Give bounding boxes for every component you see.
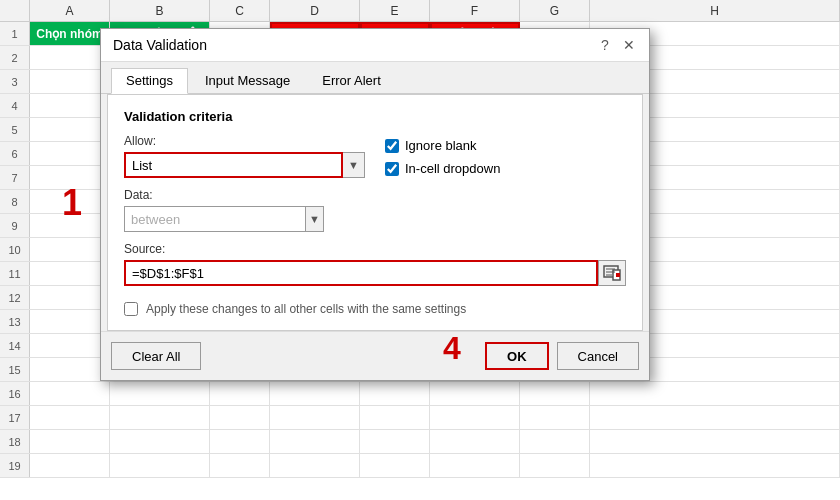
data-input[interactable] (124, 206, 306, 232)
data-label: Data: (124, 188, 324, 202)
cell-a10[interactable] (30, 238, 110, 261)
cell-h16[interactable] (590, 382, 840, 405)
svg-rect-5 (616, 273, 620, 277)
cell-a11[interactable] (30, 262, 110, 285)
cell-b16[interactable] (110, 382, 210, 405)
cell-a4[interactable] (30, 94, 110, 117)
cell-a14[interactable] (30, 334, 110, 357)
ignore-blank-label: Ignore blank (405, 138, 477, 153)
col-header-g: G (520, 0, 590, 21)
allow-col: Allow: ▼ (124, 134, 365, 178)
cell-g17[interactable] (520, 406, 590, 429)
cell-f19[interactable] (430, 454, 520, 477)
incell-dropdown-checkbox[interactable] (385, 162, 399, 176)
cell-e16[interactable] (360, 382, 430, 405)
cell-a5[interactable] (30, 118, 110, 141)
close-button[interactable]: ✕ (621, 37, 637, 53)
cell-a16[interactable] (30, 382, 110, 405)
cell-c16[interactable] (210, 382, 270, 405)
allow-row: Allow: ▼ Ignore blank In-ce (124, 134, 626, 178)
cell-d19[interactable] (270, 454, 360, 477)
dialog-title: Data Validation (113, 37, 207, 53)
cell-h18[interactable] (590, 430, 840, 453)
checkbox-row: Ignore blank In-cell dropdown (385, 134, 626, 176)
tab-error-alert[interactable]: Error Alert (307, 68, 396, 93)
allow-input[interactable] (124, 152, 343, 178)
cell-d18[interactable] (270, 430, 360, 453)
ignore-blank-checkbox-label[interactable]: Ignore blank (385, 138, 626, 153)
help-button[interactable]: ? (597, 37, 613, 53)
cell-g16[interactable] (520, 382, 590, 405)
cell-e19[interactable] (360, 454, 430, 477)
cell-a18[interactable] (30, 430, 110, 453)
cell-h17[interactable] (590, 406, 840, 429)
cell-e17[interactable] (360, 406, 430, 429)
row-num-12: 12 (0, 286, 30, 309)
col-header-d: D (270, 0, 360, 21)
cell-c17[interactable] (210, 406, 270, 429)
row-num-10: 10 (0, 238, 30, 261)
cell-a15[interactable] (30, 358, 110, 381)
cell-h19[interactable] (590, 454, 840, 477)
cell-a3[interactable] (30, 70, 110, 93)
row-num-9: 9 (0, 214, 30, 237)
row-num-4: 4 (0, 94, 30, 117)
cell-g19[interactable] (520, 454, 590, 477)
cell-a13[interactable] (30, 310, 110, 333)
tab-input-message[interactable]: Input Message (190, 68, 305, 93)
cell-a12[interactable] (30, 286, 110, 309)
footer-right-area: 4 OK Cancel (485, 342, 639, 370)
cell-b17[interactable] (110, 406, 210, 429)
ok-button[interactable]: OK (485, 342, 549, 370)
apply-changes-checkbox[interactable] (124, 302, 138, 316)
cancel-button[interactable]: Cancel (557, 342, 639, 370)
source-label: Source: (124, 242, 626, 256)
grid-row-17: 17 (0, 406, 840, 430)
grid-row-16: 16 (0, 382, 840, 406)
allow-dropdown-arrow[interactable]: ▼ (343, 152, 365, 178)
cell-a19[interactable] (30, 454, 110, 477)
row-num-7: 7 (0, 166, 30, 189)
grid-row-18: 18 (0, 430, 840, 454)
row-num-3: 3 (0, 70, 30, 93)
cell-f17[interactable] (430, 406, 520, 429)
cell-a17[interactable] (30, 406, 110, 429)
tab-settings[interactable]: Settings (111, 68, 188, 94)
cell-a1[interactable]: Chọn nhóm (30, 22, 110, 45)
spreadsheet: A B C D E F G H 1 Chọn nhóm Chọn sản phẩ… (0, 0, 840, 500)
cell-d17[interactable] (270, 406, 360, 429)
cell-f16[interactable] (430, 382, 520, 405)
row-num-5: 5 (0, 118, 30, 141)
cell-b19[interactable] (110, 454, 210, 477)
cell-b18[interactable] (110, 430, 210, 453)
row-num-18: 18 (0, 430, 30, 453)
clear-all-button[interactable]: Clear All (111, 342, 201, 370)
cell-g18[interactable] (520, 430, 590, 453)
cell-d16[interactable] (270, 382, 360, 405)
cell-c18[interactable] (210, 430, 270, 453)
row-num-13: 13 (0, 310, 30, 333)
ignore-blank-checkbox[interactable] (385, 139, 399, 153)
footer-left: Clear All (111, 342, 201, 370)
source-input[interactable] (124, 260, 598, 286)
source-input-row (124, 260, 626, 286)
cell-e18[interactable] (360, 430, 430, 453)
incell-dropdown-checkbox-label[interactable]: In-cell dropdown (385, 161, 626, 176)
checkboxes-col: Ignore blank In-cell dropdown (365, 134, 626, 176)
cell-a2[interactable] (30, 46, 110, 69)
incell-dropdown-label: In-cell dropdown (405, 161, 500, 176)
dialog-controls: ? ✕ (597, 37, 637, 53)
cell-f18[interactable] (430, 430, 520, 453)
cell-a6[interactable] (30, 142, 110, 165)
col-header-rest: H (590, 0, 840, 21)
footer-right: OK Cancel (485, 342, 639, 370)
data-dropdown-arrow[interactable]: ▼ (306, 206, 324, 232)
row-num-16: 16 (0, 382, 30, 405)
apply-label: Apply these changes to all other cells w… (146, 302, 466, 316)
corner-cell (0, 0, 30, 21)
cell-c19[interactable] (210, 454, 270, 477)
step1-label: 1 (62, 185, 82, 221)
source-select-button[interactable] (598, 260, 626, 286)
col-header-f: F (430, 0, 520, 21)
col-header-e: E (360, 0, 430, 21)
